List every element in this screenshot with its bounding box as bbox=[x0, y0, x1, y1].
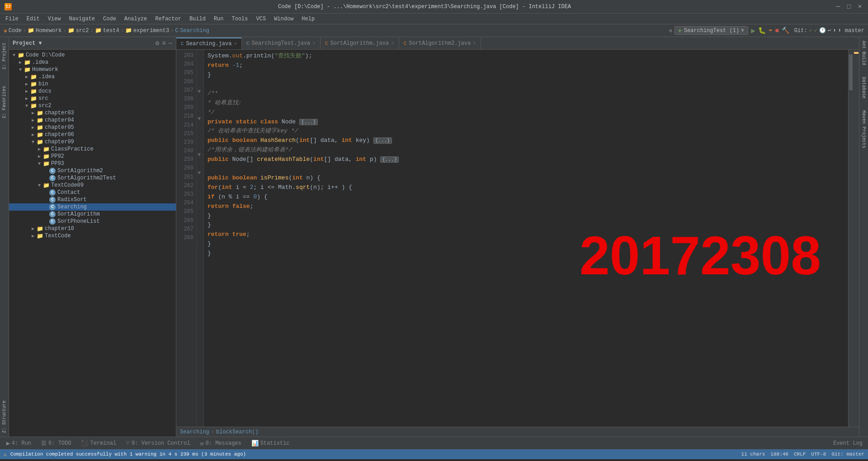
event-log-section: Event Log bbox=[833, 440, 866, 447]
fold-icon[interactable]: ▼ bbox=[198, 88, 203, 97]
tree-item-ch10[interactable]: ▶ 📁 chapter10 bbox=[9, 225, 176, 232]
tree-item-sortalg2[interactable]: C SortAlgorithm2 bbox=[9, 167, 176, 174]
maximize-button[interactable]: □ bbox=[845, 3, 853, 10]
menu-refactor[interactable]: Refactor bbox=[151, 15, 185, 23]
tree-item-bin[interactable]: ▶ 📁 bin bbox=[9, 80, 176, 88]
tree-item-code-root[interactable]: ▼ 📁 Code D:\Code bbox=[9, 52, 176, 59]
git-push[interactable]: ⬆ bbox=[833, 27, 836, 34]
fold-icon4[interactable]: ▼ bbox=[198, 169, 203, 178]
minimize-button[interactable]: ─ bbox=[835, 3, 842, 10]
tab-version-control[interactable]: ⑂ 9: Version Control bbox=[122, 437, 195, 449]
tree-item-src[interactable]: ▶ 📁 src bbox=[9, 95, 176, 102]
menu-edit[interactable]: Edit bbox=[23, 15, 43, 23]
menu-run[interactable]: Run bbox=[210, 15, 227, 23]
build-button[interactable]: 🔨 bbox=[782, 27, 789, 34]
menu-navigate[interactable]: Navigate bbox=[65, 15, 99, 23]
tab-terminal[interactable]: ⬛ Terminal bbox=[76, 437, 121, 449]
bc-test4[interactable]: test4 bbox=[103, 28, 119, 34]
run-config-dropdown[interactable]: ▼ bbox=[741, 28, 744, 34]
tree-item-ch06[interactable]: ▶ 📁 chapter06 bbox=[9, 131, 176, 138]
panel-layout-btn[interactable]: ≡ bbox=[162, 40, 165, 47]
tree-item-sortalg2test[interactable]: C SortAlgorithm2Test bbox=[9, 174, 176, 182]
tree-item-homework[interactable]: ▼ 📁 Homework bbox=[9, 66, 176, 73]
event-log-label[interactable]: Event Log bbox=[833, 440, 863, 447]
menu-analyze[interactable]: Analyze bbox=[121, 15, 151, 23]
code-content[interactable]: 20172308 System.out.println("查找失败"); ret… bbox=[204, 50, 848, 427]
git-history[interactable]: 🕐 bbox=[819, 27, 826, 34]
git-pull[interactable]: ⬇ bbox=[838, 27, 841, 34]
tree-item-idea2[interactable]: ▶ 📁 .idea bbox=[9, 73, 176, 80]
tree-item-radixsort[interactable]: C RadixSort bbox=[9, 196, 176, 203]
bc-src2[interactable]: src2 bbox=[76, 28, 89, 34]
tree-item-contact[interactable]: C Contact bbox=[9, 189, 176, 196]
git-revert[interactable]: ↩ bbox=[828, 27, 831, 34]
tree-item-idea[interactable]: ▶ 📁 .idea bbox=[9, 59, 176, 66]
git-checkmark2[interactable]: ✓ bbox=[814, 27, 817, 34]
tree-item-ch04[interactable]: ▶ 📁 chapter04 bbox=[9, 117, 176, 124]
menu-file[interactable]: File bbox=[2, 15, 22, 23]
project-tab-label[interactable]: 1: Project bbox=[1, 39, 8, 73]
maven-tab[interactable]: Maven Projects bbox=[860, 107, 867, 152]
fold-icon3[interactable]: ▼ bbox=[198, 151, 203, 160]
tab-close-btn2[interactable]: × bbox=[312, 41, 316, 46]
tab-searching-java[interactable]: C Searching.java × bbox=[176, 38, 242, 49]
encoding-info[interactable]: UTF-8 bbox=[811, 452, 826, 457]
debug-button[interactable]: 🐛 bbox=[758, 27, 766, 34]
tree-item-sortphonelist[interactable]: C SortPhoneList bbox=[9, 218, 176, 225]
menu-vcs[interactable]: VCS bbox=[253, 15, 270, 23]
panel-settings-btn[interactable]: ⚙ bbox=[156, 39, 159, 47]
git-checkmark1[interactable]: ✓ bbox=[809, 27, 812, 34]
code-editor[interactable]: 203 204 205 206 207 208 209 210 214 215 … bbox=[176, 50, 859, 427]
tab-searchingtest-java[interactable]: C SearchingTest.java × bbox=[242, 38, 321, 49]
tree-item-textcode09[interactable]: ▼ 📁 TextCode09 bbox=[9, 182, 176, 189]
menu-tools[interactable]: Tools bbox=[228, 15, 252, 23]
tab-statistic[interactable]: 📊 Statistic bbox=[247, 437, 294, 449]
run-button[interactable]: ▶ bbox=[751, 26, 755, 35]
coverage-button[interactable]: ☂ bbox=[769, 27, 772, 34]
ant-build-tab[interactable]: Ant Build bbox=[860, 37, 867, 69]
tree-item-ch03[interactable]: ▶ 📁 chapter03 bbox=[9, 109, 176, 117]
back-nav-icon[interactable]: ◄ bbox=[668, 27, 672, 34]
editor-scrollbar[interactable] bbox=[848, 50, 854, 427]
tab-messages[interactable]: ✉ 0: Messages bbox=[196, 437, 246, 449]
tree-item-pp92[interactable]: ▶ 📁 PP92 bbox=[9, 153, 176, 160]
chars-info: 11 chars bbox=[741, 452, 765, 457]
tree-item-pp93[interactable]: ▼ 📁 PP93 bbox=[9, 160, 176, 167]
tab-close-btn3[interactable]: × bbox=[391, 41, 394, 46]
database-tab[interactable]: Database bbox=[860, 73, 867, 102]
tree-item-ch05[interactable]: ▶ 📁 chapter05 bbox=[9, 124, 176, 131]
tree-item-ch09[interactable]: ▼ 📁 chapter09 bbox=[9, 138, 176, 146]
tab-todo[interactable]: ☰ 6: TODO bbox=[37, 437, 75, 449]
tree-item-textcode[interactable]: ▶ 📁 TextCode bbox=[9, 232, 176, 240]
fold-icon2[interactable]: ▼ bbox=[198, 115, 203, 124]
position-info[interactable]: 188:46 bbox=[770, 452, 788, 457]
tab-sortalgorithm2-java[interactable]: C SortAlgorithm2.java × bbox=[399, 38, 481, 49]
tree-item-docs[interactable]: ▶ 📁 docs bbox=[9, 88, 176, 95]
line-ending-info[interactable]: CRLF bbox=[794, 452, 806, 457]
menu-view[interactable]: View bbox=[44, 15, 65, 23]
bc-homework[interactable]: Homework bbox=[36, 28, 62, 34]
tree-item-classpractice[interactable]: ▶ 📁 ClassPractice bbox=[9, 146, 176, 153]
tree-item-src2[interactable]: ▼ 📁 src2 bbox=[9, 102, 176, 109]
menu-build[interactable]: Build bbox=[186, 15, 209, 23]
tree-item-sortalg[interactable]: C SortAlgorithm bbox=[9, 211, 176, 218]
tree-item-searching[interactable]: C Searching bbox=[9, 203, 176, 211]
tab-sortalgorithm-java[interactable]: C SortAlgorithm.java × bbox=[321, 38, 399, 49]
scroll-thumb[interactable] bbox=[849, 54, 853, 90]
bc-code[interactable]: Code bbox=[9, 28, 22, 34]
menu-window[interactable]: Window bbox=[270, 15, 297, 23]
menu-code[interactable]: Code bbox=[99, 15, 120, 23]
close-button[interactable]: × bbox=[856, 3, 863, 10]
run-config-selector[interactable]: ▶ SearchingTest (1) ▼ bbox=[675, 26, 748, 35]
favorites-tab-label[interactable]: 2: Favorites bbox=[1, 82, 8, 122]
tab-run[interactable]: ▶ 4: Run bbox=[2, 437, 36, 449]
tab-close-btn4[interactable]: × bbox=[473, 41, 476, 46]
bc-experiment3[interactable]: experiment3 bbox=[133, 28, 169, 34]
stop-button[interactable]: ■ bbox=[775, 27, 778, 34]
panel-minimize-btn[interactable]: ─ bbox=[169, 40, 172, 47]
structure-tab-label[interactable]: Z: Structure bbox=[2, 400, 7, 435]
folder-icon: 📁 bbox=[30, 103, 37, 109]
bc-searching[interactable]: Searching bbox=[180, 28, 209, 34]
menu-help[interactable]: Help bbox=[298, 15, 318, 23]
tab-close-btn[interactable]: × bbox=[234, 41, 237, 47]
